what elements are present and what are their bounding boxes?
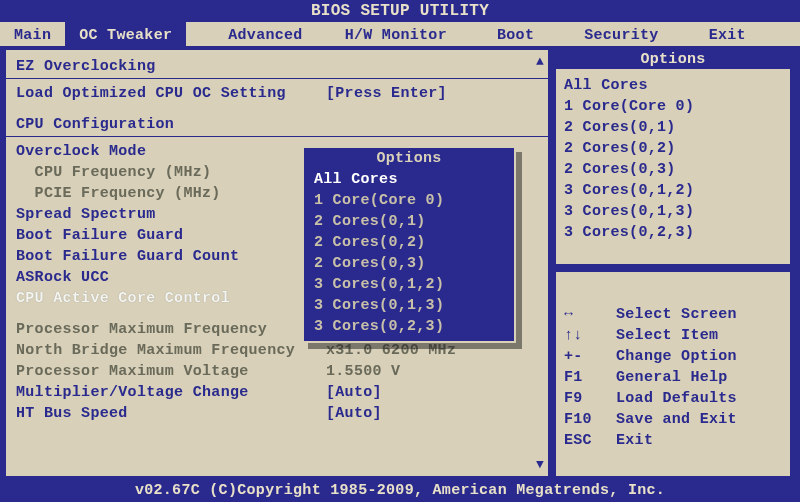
title-bar: BIOS SETUP UTILITY bbox=[0, 0, 800, 22]
help-row: ESCExit bbox=[564, 430, 782, 451]
divider bbox=[6, 136, 552, 137]
popup-option[interactable]: 3 Cores(0,1,3) bbox=[304, 295, 514, 316]
help-row: F10Save and Exit bbox=[564, 409, 782, 430]
info-nb-max-freq: North Bridge Maximum Frequency x31.0 620… bbox=[16, 340, 542, 361]
options-popup: Options All Cores 1 Core(Core 0) 2 Cores… bbox=[302, 146, 516, 343]
menubar: Main OC Tweaker Advanced H/W Monitor Boo… bbox=[0, 22, 800, 46]
list-item: 2 Cores(0,1) bbox=[564, 117, 782, 138]
section-cpu-configuration: CPU Configuration bbox=[16, 116, 542, 133]
tab-hw-monitor[interactable]: H/W Monitor bbox=[331, 22, 461, 46]
keyhelp-box: ↔Select Screen ↑↓Select Item +-Change Op… bbox=[554, 270, 792, 478]
divider bbox=[6, 78, 552, 79]
tab-advanced[interactable]: Advanced bbox=[214, 22, 316, 46]
help-row: F9Load Defaults bbox=[564, 388, 782, 409]
footer: v02.67C (C)Copyright 1985-2009, American… bbox=[0, 480, 800, 502]
popup-option[interactable]: 2 Cores(0,2) bbox=[304, 232, 514, 253]
list-item: 2 Cores(0,2) bbox=[564, 138, 782, 159]
popup-option[interactable]: 3 Cores(0,2,3) bbox=[304, 316, 514, 337]
list-item: 3 Cores(0,1,2) bbox=[564, 180, 782, 201]
item-label: Load Optimized CPU OC Setting bbox=[16, 83, 326, 104]
list-item: 2 Cores(0,3) bbox=[564, 159, 782, 180]
item-load-optimized[interactable]: Load Optimized CPU OC Setting [Press Ent… bbox=[16, 83, 542, 104]
section-ez-overclocking: EZ Overclocking bbox=[16, 58, 542, 75]
list-item: 1 Core(Core 0) bbox=[564, 96, 782, 117]
list-item: 3 Cores(0,2,3) bbox=[564, 222, 782, 243]
help-row: ↑↓Select Item bbox=[564, 325, 782, 346]
side-panel: Options All Cores 1 Core(Core 0) 2 Cores… bbox=[554, 48, 792, 478]
tab-exit[interactable]: Exit bbox=[695, 22, 760, 46]
info-proc-max-voltage: Processor Maximum Voltage 1.5500 V bbox=[16, 361, 542, 382]
scroll-down-icon[interactable]: ▼ bbox=[536, 457, 544, 472]
popup-title: Options bbox=[304, 148, 514, 169]
item-ht-bus-speed[interactable]: HT Bus Speed [Auto] bbox=[16, 403, 542, 424]
tab-oc-tweaker[interactable]: OC Tweaker bbox=[65, 22, 186, 46]
list-item: All Cores bbox=[564, 75, 782, 96]
popup-option[interactable]: All Cores bbox=[304, 169, 514, 190]
tab-boot[interactable]: Boot bbox=[483, 22, 548, 46]
tab-main[interactable]: Main bbox=[0, 22, 65, 46]
help-row: ↔Select Screen bbox=[564, 304, 782, 325]
tab-security[interactable]: Security bbox=[570, 22, 672, 46]
main-panel: ▲ ▼ EZ Overclocking Load Optimized CPU O… bbox=[4, 48, 550, 478]
popup-option[interactable]: 2 Cores(0,1) bbox=[304, 211, 514, 232]
help-row: +-Change Option bbox=[564, 346, 782, 367]
help-row: F1General Help bbox=[564, 367, 782, 388]
item-value: [Press Enter] bbox=[326, 83, 542, 104]
list-item: 3 Cores(0,1,3) bbox=[564, 201, 782, 222]
popup-option[interactable]: 3 Cores(0,1,2) bbox=[304, 274, 514, 295]
popup-option[interactable]: 2 Cores(0,3) bbox=[304, 253, 514, 274]
options-reference-box: Options All Cores 1 Core(Core 0) 2 Cores… bbox=[554, 48, 792, 266]
work-area: ▲ ▼ EZ Overclocking Load Optimized CPU O… bbox=[0, 46, 800, 480]
popup-option[interactable]: 1 Core(Core 0) bbox=[304, 190, 514, 211]
box-title: Options bbox=[556, 50, 790, 69]
item-multiplier-voltage-change[interactable]: Multiplier/Voltage Change [Auto] bbox=[16, 382, 542, 403]
scroll-up-icon[interactable]: ▲ bbox=[536, 54, 544, 69]
